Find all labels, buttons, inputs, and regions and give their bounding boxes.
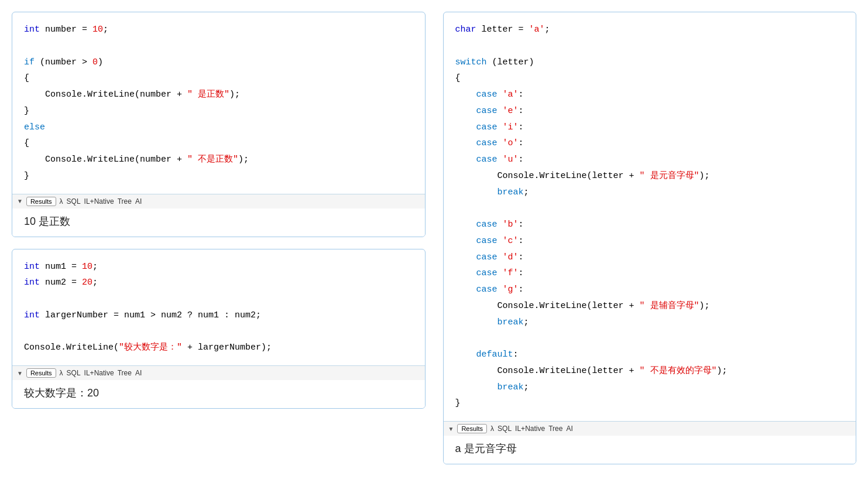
code-area-1: int number = 10; if (number > 0) { Conso… xyxy=(12,12,425,194)
code-block-switch: char letter = 'a'; switch (letter) { cas… xyxy=(443,12,857,464)
collapse-icon-3[interactable]: ▼ xyxy=(448,426,454,432)
results-btn-1[interactable]: Results xyxy=(26,197,56,206)
toolbar-sql-1[interactable]: SQL xyxy=(67,197,81,206)
toolbar-ilnative-1[interactable]: IL+Native xyxy=(84,197,114,206)
toolbar-1: ▼ Results λ SQL IL+Native Tree AI xyxy=(12,194,425,208)
toolbar-ilnative-2[interactable]: IL+Native xyxy=(84,369,114,377)
code-block-ternary: int num1 = 10; int num2 = 20; int larger… xyxy=(12,249,426,409)
toolbar-2: ▼ Results λ SQL IL+Native Tree AI xyxy=(12,365,425,380)
results-btn-3[interactable]: Results xyxy=(457,424,487,433)
output-1: 10 是正数 xyxy=(12,208,425,237)
toolbar-ai-1[interactable]: AI xyxy=(135,197,142,206)
code-pre-2: int num1 = 10; int num2 = 20; int larger… xyxy=(24,259,413,357)
collapse-icon-2[interactable]: ▼ xyxy=(17,370,23,377)
code-area-3: char letter = 'a'; switch (letter) { cas… xyxy=(444,12,856,421)
toolbar-ai-3[interactable]: AI xyxy=(566,425,572,433)
toolbar-tree-3[interactable]: Tree xyxy=(548,425,562,433)
code-area-2: int num1 = 10; int num2 = 20; int larger… xyxy=(12,249,425,366)
collapse-icon-1[interactable]: ▼ xyxy=(17,198,23,204)
toolbar-ilnative-3[interactable]: IL+Native xyxy=(515,425,545,433)
code-pre-3: char letter = 'a'; switch (letter) { cas… xyxy=(455,22,845,412)
toolbar-sql-2[interactable]: SQL xyxy=(67,369,81,377)
toolbar-lambda-2[interactable]: λ xyxy=(60,369,63,377)
toolbar-lambda-3[interactable]: λ xyxy=(490,425,494,433)
left-column: int number = 10; if (number > 0) { Conso… xyxy=(12,12,426,464)
code-pre-1: int number = 10; if (number > 0) { Conso… xyxy=(24,22,413,184)
toolbar-ai-2[interactable]: AI xyxy=(135,369,142,377)
toolbar-lambda-1[interactable]: λ xyxy=(60,197,63,206)
toolbar-3: ▼ Results λ SQL IL+Native Tree AI xyxy=(444,421,856,436)
toolbar-sql-3[interactable]: SQL xyxy=(498,425,512,433)
toolbar-tree-1[interactable]: Tree xyxy=(118,197,132,206)
output-3: a 是元音字母 xyxy=(444,436,856,464)
results-btn-2[interactable]: Results xyxy=(26,368,56,378)
right-column: char letter = 'a'; switch (letter) { cas… xyxy=(443,12,857,464)
code-block-if-else: int number = 10; if (number > 0) { Conso… xyxy=(12,12,426,237)
output-2: 较大数字是：20 xyxy=(12,380,425,408)
toolbar-tree-2[interactable]: Tree xyxy=(118,369,132,377)
